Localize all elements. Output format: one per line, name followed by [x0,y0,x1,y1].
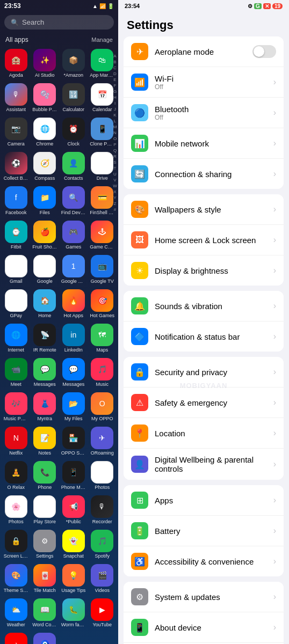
settings-item-notification[interactable]: 🔷Notification & status bar› [124,321,284,352]
app-item-phonema[interactable]: 📱Phone Ma... [60,459,88,492]
alpha-I[interactable]: I [112,101,118,106]
alpha-C[interactable]: C [112,65,118,71]
app-item-googleone[interactable]: 1Google One [60,253,88,286]
app-item-amazon[interactable]: 📦*Amazon [60,47,88,80]
alpha-V[interactable]: V [112,178,118,183]
alpha-N[interactable]: N [112,130,118,136]
alpha-Y[interactable]: Y [112,195,118,201]
app-item-collectball[interactable]: ⚽Collect Ball - [2,150,30,183]
app-item-zenspace[interactable]: 🧿Zen Space [31,631,59,644]
alpha-M[interactable]: M [112,125,118,130]
alpha-X[interactable]: X [112,189,118,195]
app-item-assistant[interactable]: 🎙Assistant [2,81,30,114]
app-item-themestore[interactable]: 🎨Theme Store [2,562,30,595]
app-item-spotify[interactable]: 🎵Spotify [89,528,117,561]
app-item-clock[interactable]: ⏰Clock [60,115,88,149]
app-item-google[interactable]: GGoogle [31,253,59,286]
settings-item-wallpapers[interactable]: 🎨Wallpapers & style› [124,194,284,225]
app-item-games[interactable]: 🎮Games [60,218,88,252]
alpha-#[interactable]: # [112,207,118,213]
app-item-files[interactable]: 📁Files [31,184,59,217]
alpha-O[interactable]: O [112,136,118,142]
app-item-youtube[interactable]: ▶YouTube [89,596,117,630]
alpha-D[interactable]: D [112,71,118,77]
settings-item-aboutdevice[interactable]: 📱About device› [124,612,284,643]
app-item-compass[interactable]: 🧭Compass [31,150,59,183]
alpha-B[interactable]: B [112,60,118,65]
app-item-linkedin[interactable]: inLinkedIn [60,321,88,355]
alpha-H[interactable]: H [112,95,118,100]
app-item-public[interactable]: 📢*Public [60,493,88,526]
app-item-fitbit[interactable]: ⌚Fitbit [2,218,30,252]
app-item-fruitshoot[interactable]: 🍎Fruit Shootin... [31,218,59,252]
app-item-home[interactable]: 🏠Home [31,287,59,320]
app-item-videos[interactable]: 🎬Videos [89,562,117,595]
settings-item-safetyemergency[interactable]: ⚠Safety & emergency› [124,387,284,418]
app-item-contacts[interactable]: 👤Contacts [60,150,88,183]
app-item-oppostore[interactable]: 🏪OPPO Store [60,425,88,458]
alpha-E[interactable]: E [112,77,118,83]
alpha-A[interactable]: A [112,54,118,59]
app-item-screenlock[interactable]: 🔒Screen Lock [2,528,30,561]
app-item-playstore[interactable]: ▶Play Store [31,493,59,526]
app-item-hotapps[interactable]: 🔥Hot Apps [60,287,88,320]
settings-item-aeroplane[interactable]: ✈Aeroplane mode [124,36,284,67]
settings-item-accessibility[interactable]: ♿Accessibility & convenience› [124,546,284,576]
alpha-G[interactable]: G [112,89,118,94]
app-item-netflix[interactable]: NNetflix [2,425,30,458]
aeroplane-toggle[interactable] [252,45,276,58]
app-item-usagetips[interactable]: 💡Usage Tips [60,562,88,595]
alphabet-sidebar[interactable]: ABCDEFGHIJKLMNOPQRSTUVWXYZ# [112,54,118,213]
alpha-P[interactable]: P [112,142,118,148]
app-item-aistudio[interactable]: ✨AI Studio [31,47,59,80]
settings-item-connection[interactable]: 🔄Connection & sharing› [124,159,284,189]
settings-item-mobilenetwork[interactable]: 📊Mobile network› [124,128,284,159]
app-item-camera[interactable]: 📷Camera [2,115,30,149]
app-item-wordconn[interactable]: 📖Word Conne... [31,596,59,630]
app-item-tilematch[interactable]: 🀄Tile Match [31,562,59,595]
alpha-W[interactable]: W [112,184,118,189]
app-item-recorder[interactable]: 🎙Recorder [89,493,117,526]
settings-item-systemupdates[interactable]: ⚙System & updates› [124,582,284,612]
app-item-photos2[interactable]: 🌸Photos [2,493,30,526]
settings-item-bluetooth[interactable]: 🔵BluetoothOff› [124,98,284,128]
app-item-messages[interactable]: 💬Messages [31,356,59,389]
app-item-agoda[interactable]: 🏨Agoda [2,47,30,80]
alpha-T[interactable]: T [112,166,118,171]
settings-item-battery[interactable]: 🔋Battery› [124,516,284,546]
app-item-myfiles[interactable]: 📂My Files [60,390,88,423]
app-item-notes[interactable]: 📝Notes [31,425,59,458]
alpha-Q[interactable]: Q [112,148,118,153]
app-item-messages2[interactable]: 💬Messages [60,356,88,389]
app-item-phone[interactable]: 📞Phone [31,459,59,492]
app-item-chrome[interactable]: 🌐Chrome [31,115,59,149]
settings-item-apps[interactable]: ⊞Apps› [124,485,284,516]
app-item-irremote[interactable]: 📡IR Remote [31,321,59,355]
app-item-internet[interactable]: 🌐Internet [2,321,30,355]
settings-item-sounds[interactable]: 🔔Sounds & vibration› [124,291,284,321]
manage-button[interactable]: Manage [91,36,113,43]
app-item-calculator[interactable]: 🔢Calculator [60,81,88,114]
app-item-bubblepop[interactable]: 🫧Bubble Pop! [31,81,59,114]
app-item-myoppo[interactable]: OMy OPPO [89,390,117,423]
settings-item-location[interactable]: 📍Location› [124,418,284,449]
app-item-maps[interactable]: 🗺Maps [89,321,117,355]
app-item-ytmusic[interactable]: ♪YT Music [2,631,30,644]
app-item-facebook[interactable]: fFacebook [2,184,30,217]
alpha-F[interactable]: F [112,83,118,89]
settings-item-wifi[interactable]: 📶Wi-FiOff› [124,67,284,98]
app-item-gpay[interactable]: GGPay [2,287,30,320]
app-item-weather[interactable]: ⛅Weather [2,596,30,630]
alpha-L[interactable]: L [112,119,118,124]
app-item-wormfam[interactable]: 🐛Worm family [60,596,88,630]
alpha-J[interactable]: J [112,107,118,112]
settings-item-digitalwellbeing[interactable]: 👤Digital Wellbeing & parental controls› [124,449,284,480]
alpha-S[interactable]: S [112,160,118,165]
app-item-orelax[interactable]: 🧘O Relax [2,459,30,492]
app-item-oroaming[interactable]: ✈ORoaming [89,425,117,458]
app-item-photos[interactable]: 🖼Photos [89,459,117,492]
app-item-gamecenter[interactable]: 🕹Game Center [89,218,117,252]
app-item-musicparty[interactable]: 🎶Music Party [2,390,30,423]
app-item-myntra[interactable]: 👗Myntra [31,390,59,423]
app-item-snapchat[interactable]: 👻Snapchat [60,528,88,561]
